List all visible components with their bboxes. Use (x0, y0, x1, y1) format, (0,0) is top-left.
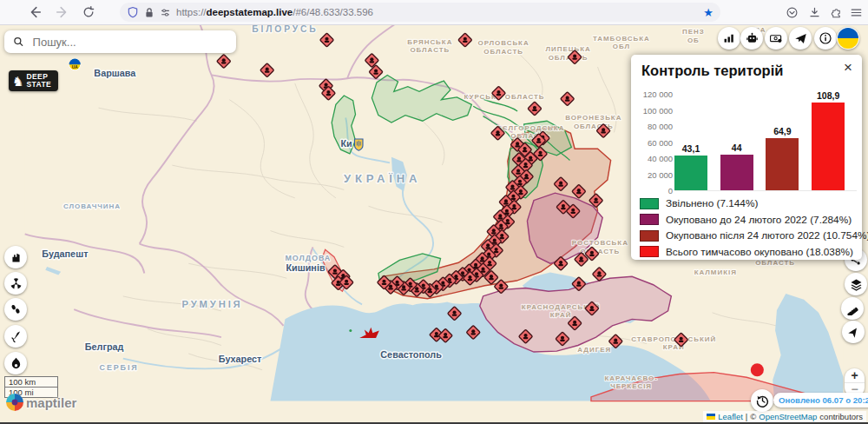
history-clock-icon (755, 394, 770, 408)
maptiler-logo[interactable]: maptiler (5, 393, 76, 412)
fire-layer-button[interactable] (4, 352, 27, 374)
country-label: СЛОВАЧЧИНА (63, 202, 121, 210)
pocket-button[interactable] (782, 3, 801, 22)
bookmark-star-icon[interactable]: ★ (703, 7, 713, 18)
osm-link[interactable]: OpenStreetMap (759, 412, 817, 421)
snake-island-dot (349, 329, 352, 332)
deepstate-logo[interactable]: ♞ DEEPSTATE (9, 70, 58, 91)
back-button[interactable] (25, 3, 44, 22)
ua-badge-marker[interactable]: UA (69, 59, 81, 70)
event-red-dot[interactable] (751, 363, 764, 376)
missile-layer-button[interactable] (4, 325, 27, 348)
close-icon[interactable]: × (844, 59, 852, 76)
telegram-button[interactable] (789, 27, 812, 50)
info-button[interactable] (814, 27, 837, 50)
chart-legend: Звільнено (7.144%)Окуповано до 24 лютого… (640, 195, 857, 260)
paper-plane-icon (794, 32, 807, 45)
region-label: КАРАЧАЄВО-ЧЕРКЕСІЯ (604, 374, 657, 390)
bar-value-label: 108,9 (812, 90, 845, 101)
zoom-in-button[interactable]: + (845, 368, 865, 383)
back-arrow-icon (27, 4, 43, 20)
footprints-icon (10, 303, 22, 315)
layers-icon (850, 278, 863, 291)
downloads-button[interactable] (805, 3, 824, 22)
url-bar[interactable]: https://deepstatemap.live/#6/48.633/33.5… (120, 3, 720, 22)
territory-control-panel: Контроль територій × 120 000100 00080 00… (631, 55, 862, 260)
attrib-sep: | (746, 412, 747, 421)
search-box[interactable] (4, 30, 236, 53)
building-icon (10, 252, 22, 263)
info-icon (819, 31, 832, 45)
advance-layer-button[interactable] (4, 298, 27, 321)
city-label: Севастополь (380, 349, 442, 360)
fortification-layer-button[interactable] (4, 246, 27, 268)
knight-icon: ♞ (12, 75, 23, 88)
region-label: ВОРОНЕЗЬКАОБЛАСТЬ (565, 114, 621, 129)
city-label: Кишинів (286, 262, 325, 273)
reload-icon (82, 5, 95, 19)
legend-item: Окуповано до 24 лютого 2022 (7.284%) (640, 212, 857, 229)
kyiv-shield-marker[interactable] (355, 139, 363, 150)
bar-value-label: 44 (720, 142, 753, 153)
layers-button[interactable] (845, 273, 867, 295)
y-tick-label: 0 (668, 186, 673, 195)
legend-label: Всього тимчасово окуповано (18.038%) (666, 246, 853, 258)
country-label: УКРАЇНА (344, 172, 421, 185)
legend-item: Всього тимчасово окуповано (18.038%) (640, 244, 857, 261)
city-label: Белград (85, 341, 124, 352)
legend-item: Звільнено (7.144%) (640, 195, 857, 212)
permissions-icon (160, 7, 171, 18)
browser-window: https://deepstatemap.live/#6/48.633/33.5… (0, 0, 868, 424)
bar-value-label: 43,1 (674, 143, 707, 154)
y-tick-label: 80 000 (648, 122, 673, 131)
ukraine-flag-icon (837, 27, 859, 50)
statistics-button[interactable] (718, 27, 740, 50)
puzzle-icon (830, 6, 843, 19)
country-label: СЕРБІЯ (100, 363, 139, 372)
banknote-icon (769, 31, 783, 45)
language-button[interactable] (837, 27, 859, 50)
navigation-arrow-icon (847, 326, 860, 339)
update-status-badge[interactable]: Оновлено 06.07 о 20:24 (773, 393, 868, 407)
chart-bar: 44 (720, 155, 753, 190)
url-text: https://deepstatemap.live/#6/48.633/33.5… (176, 7, 373, 17)
search-input[interactable] (31, 35, 227, 50)
browser-toolbar: https://deepstatemap.live/#6/48.633/33.5… (0, 0, 868, 25)
legend-swatch (640, 246, 659, 257)
legend-swatch (640, 214, 659, 225)
forward-button[interactable] (53, 3, 72, 22)
legend-label: Звільнено (7.144%) (666, 197, 758, 209)
deepstate-logo-text: DEEPSTATE (26, 73, 51, 89)
radiation-layer-button[interactable] (4, 272, 27, 295)
locate-button[interactable] (842, 321, 865, 343)
menu-button[interactable] (846, 3, 865, 22)
y-tick-label: 40 000 (648, 154, 673, 163)
extensions-button[interactable] (826, 3, 845, 22)
chart-bar: 43,1 (674, 156, 707, 190)
search-icon (13, 36, 24, 48)
legend-swatch (640, 230, 659, 242)
download-icon (808, 6, 821, 19)
donate-button[interactable] (765, 27, 787, 50)
map-canvas[interactable]: БІЛОРУСЬУКРАЇНАМОЛДОВАРУМУНІЯСЛОВАЧЧИНАС… (0, 24, 868, 424)
y-tick-label: 120 000 (643, 89, 673, 99)
hamburger-icon (850, 6, 863, 19)
city-label: Бухарест (219, 354, 262, 364)
reload-button[interactable] (79, 3, 98, 22)
tracking-shield-icon (127, 6, 139, 18)
legend-swatch (640, 198, 659, 209)
history-button[interactable] (751, 389, 773, 412)
city-label: Будапешт (42, 248, 88, 259)
rocket-icon (10, 330, 23, 343)
forward-arrow-icon (55, 4, 70, 20)
pocket-icon (786, 6, 799, 19)
bot-button[interactable] (740, 27, 763, 50)
measure-button[interactable] (841, 297, 864, 320)
robot-icon (746, 32, 759, 45)
ukraine-flag-mini-icon (707, 414, 715, 420)
ruler-icon (846, 302, 859, 315)
svg-text:UA: UA (72, 65, 78, 70)
legend-item: Окуповано після 24 лютого 2022 (10.754%) (640, 228, 857, 244)
leaflet-link[interactable]: Leaflet (718, 412, 743, 421)
chart-bars: 43,14464,9108,9 (674, 94, 857, 191)
